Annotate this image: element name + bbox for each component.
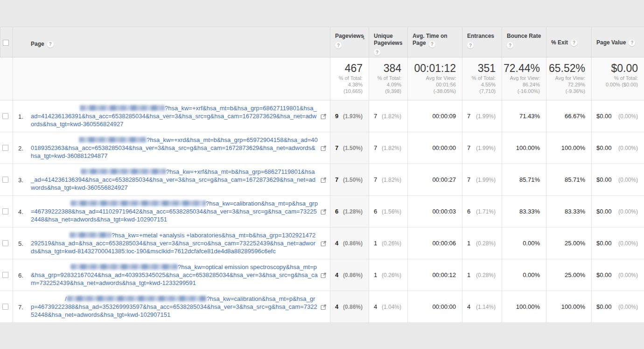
summary-entrances: 351 % of Total: 4.55% (7,710) [462,57,502,100]
table-row: 7. /?hsa_kw=calibration&hsa_mt=p&hsa_grp… [0,291,644,323]
redacted-url-prefix [67,296,207,301]
row-checkbox[interactable] [2,177,8,183]
pageviews-cell: 7(1.50%) [330,132,369,164]
pageviews-cell: 4(0.86%) [330,228,369,259]
table-row: 5. ?hsa_kw=+metal +analysis +laboratorie… [0,228,644,259]
summary-unique-pageviews: 384 % of Total: 4.09% (9,398) [369,57,407,100]
unique-pageviews-cell: 1(0.26%) [369,259,407,291]
summary-exit: 65.52% Avg for View: 72.29% (-9.36%) [546,57,591,100]
column-header-avg-time[interactable]: Avg. Time on Page? [407,27,462,58]
external-link-icon[interactable] [321,113,327,119]
row-checkbox-cell [0,228,13,259]
page-url-link[interactable]: ?hsa_kw=calibration&hsa_mt=p&hsa_grp=467… [31,199,318,223]
page-url-link[interactable]: ?hsa_kw=optical emission spectroscopy&hs… [31,263,318,287]
page-cell: 2. ?hsa_kw=+xrd&hsa_mt=b&hsa_grp=6597290… [13,132,330,164]
select-all-checkbox[interactable] [3,40,9,46]
avg-time-cell: 00:00:27 [407,164,462,195]
help-icon[interactable]: ? [429,41,435,48]
page-url-link[interactable]: ?hsa_kw=+xrf&hsa_mt=b&hsa_grp=6862711980… [31,104,318,128]
row-checkbox[interactable] [2,145,8,151]
unique-pageviews-cell: 7(1.82%) [369,100,407,132]
row-checkbox[interactable] [2,272,8,278]
pageviews-cell: 6(1.28%) [330,196,369,227]
page-value-cell: $0.00(0.00%) [591,196,644,227]
select-all-cell [0,27,13,58]
summary-page-cell [13,57,330,100]
entrances-cell: 7(1.99%) [462,132,502,164]
row-index: 7. [18,303,28,310]
row-checkbox[interactable] [2,304,8,310]
row-index: 3. [18,176,28,183]
external-link-icon[interactable] [321,272,327,278]
bounce-rate-cell: 100.00% [502,132,546,164]
external-link-icon[interactable] [321,208,327,214]
pageviews-cell: 4(0.86%) [330,259,369,291]
table-row: 2. ?hsa_kw=+xrd&hsa_mt=b&hsa_grp=6597290… [0,132,644,164]
page-cell: 7. /?hsa_kw=calibration&hsa_mt=p&hsa_grp… [13,291,330,322]
exit-cell: 85.71% [546,164,591,195]
summary-bounce-rate: 72.44% Avg for View: 86.24% (-16.00%) [502,57,546,100]
row-checkbox[interactable] [2,208,8,214]
column-header-page-value[interactable]: Page Value ? [591,27,644,58]
redacted-url-prefix [79,137,147,142]
sort-desc-icon[interactable]: ↓ [362,34,365,41]
analytics-pages-report: Page ? Pageviews ? ↓ Unique Pageviews ? … [0,27,644,349]
column-header-exit[interactable]: % Exit ? [546,27,591,58]
page-url-link[interactable]: ?hsa_kw=+xrd&hsa_mt=b&hsa_grp=6597290415… [31,136,318,160]
page-url-link[interactable]: ?hsa_kw=+xrf&hsa_mt=b&hsa_grp=6862711980… [31,168,318,192]
avg-time-cell: 00:00:00 [407,132,462,164]
help-icon[interactable]: ? [374,49,380,56]
entrances-cell: 6(1.71%) [462,196,502,227]
unique-pageviews-cell: 7(1.82%) [369,132,407,164]
row-index: 4. [18,208,28,215]
help-icon[interactable]: ? [507,42,513,49]
row-checkbox-cell [0,100,13,132]
row-index: 5. [18,240,28,247]
page-url-link[interactable]: ?hsa_kw=+metal +analysis +laboratories&h… [31,231,318,255]
avg-time-cell: 00:00:00 [407,291,462,322]
table-row: 4. ?hsa_kw=calibration&hsa_mt=p&hsa_grp=… [0,196,644,228]
avg-time-cell: 00:00:03 [407,196,462,227]
unique-pageviews-cell: 1(0.26%) [369,228,407,259]
unique-pageviews-cell: 7(1.82%) [369,164,407,195]
redacted-url-prefix [70,200,206,206]
entrances-cell: 4(1.14%) [462,291,502,322]
external-link-icon[interactable] [321,240,327,246]
entrances-cell: 1(0.28%) [462,228,502,259]
column-header-pageviews[interactable]: Pageviews ? ↓ [330,27,369,58]
summary-check-spacer [0,57,13,100]
column-header-page[interactable]: Page ? [13,27,330,58]
help-icon[interactable]: ? [335,42,342,49]
bounce-rate-cell: 71.43% [502,100,546,132]
help-icon[interactable]: ? [571,40,577,46]
table-row: 1. ?hsa_kw=+xrf&hsa_mt=b&hsa_grp=6862711… [0,100,644,132]
external-link-icon[interactable] [321,145,327,151]
page-url-link[interactable]: /?hsa_kw=calibration&hsa_mt=p&hsa_grp=46… [31,295,318,319]
row-index: 2. [18,144,28,151]
column-header-bounce-rate[interactable]: Bounce Rate ? [502,27,546,58]
pageviews-cell: 9(1.93%) [330,100,369,132]
row-index: 1. [18,113,28,120]
redacted-url-prefix [70,264,178,270]
entrances-cell: 7(1.99%) [462,100,502,132]
row-checkbox[interactable] [2,240,8,246]
help-icon[interactable]: ? [629,40,635,46]
row-checkbox[interactable] [2,113,8,119]
row-checkbox-cell [0,196,13,227]
summary-pageviews: 467 % of Total: 4.38% (10,665) [330,57,369,100]
external-link-icon[interactable] [321,177,327,183]
unique-pageviews-cell: 4(1.04%) [369,291,407,322]
bounce-rate-cell: 0.00% [502,259,546,291]
column-header-unique-pageviews[interactable]: Unique Pageviews ? [369,27,407,58]
help-icon[interactable]: ? [467,42,474,49]
summary-page-value: $0.00 % of Total: 0.00% ($0.00) [591,57,644,100]
external-link-icon[interactable] [321,304,327,310]
column-header-entrances[interactable]: Entrances ? [462,27,502,58]
page-cell: 6. ?hsa_kw=optical emission spectroscopy… [13,259,330,291]
avg-time-cell: 00:00:06 [407,228,462,259]
page-value-cell: $0.00(0.00%) [591,291,644,322]
exit-cell: 100.00% [546,291,591,322]
page-cell: 5. ?hsa_kw=+metal +analysis +laboratorie… [13,228,330,259]
page-cell: 1. ?hsa_kw=+xrf&hsa_mt=b&hsa_grp=6862711… [13,100,330,132]
help-icon[interactable]: ? [47,41,54,48]
